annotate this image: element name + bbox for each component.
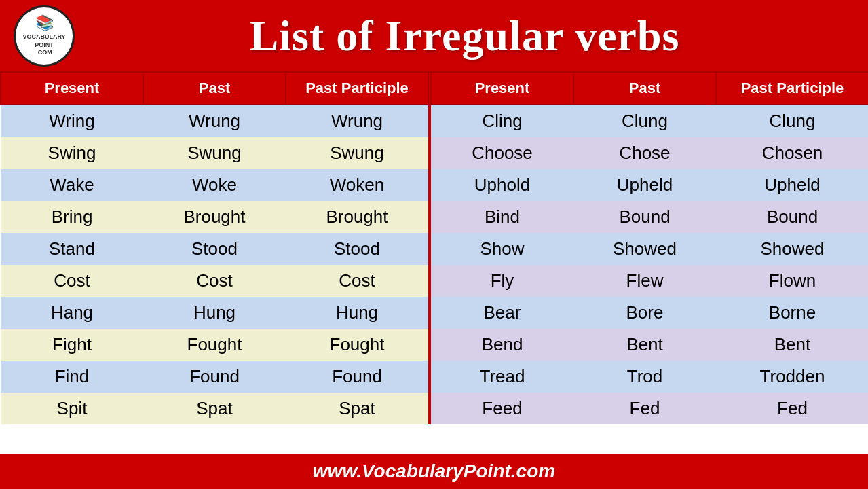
title-area: List of Irregular verbs	[75, 11, 854, 61]
right-pp: Clung	[716, 105, 868, 137]
logo-text: VOCABULARY POINT .COM	[22, 33, 65, 57]
left-pp: Spat	[286, 393, 428, 424]
logo: 📚 VOCABULARY POINT .COM	[14, 5, 75, 67]
right-past: Bore	[573, 297, 716, 329]
table-row: Hang Hung Hung Bear Bore Borne	[1, 297, 868, 329]
right-pp: Borne	[716, 297, 868, 329]
left-present: Fight	[1, 329, 143, 361]
table-row: Bring Brought Brought Bind Bound Bound	[1, 201, 868, 233]
left-pp: Found	[286, 361, 428, 393]
left-past: Woke	[143, 169, 286, 201]
footer-url: www.VocabularyPoint.com	[313, 460, 555, 482]
left-pp: Fought	[286, 329, 428, 361]
left-present: Swing	[1, 137, 143, 169]
main-title: List of Irregular verbs	[75, 11, 854, 61]
left-present: Wring	[1, 105, 143, 137]
right-past: Chose	[573, 137, 716, 169]
right-pp: Showed	[716, 233, 868, 265]
left-pp: Cost	[286, 265, 428, 297]
table-header-row: Present Past Past Participle Present Pas…	[1, 72, 868, 105]
right-pp: Upheld	[716, 169, 868, 201]
right-pp: Flown	[716, 265, 868, 297]
right-past: Trod	[573, 361, 716, 393]
left-past: Cost	[143, 265, 286, 297]
header-pp-left: Past Participle	[286, 72, 428, 105]
left-past: Found	[143, 361, 286, 393]
right-past: Flew	[573, 265, 716, 297]
right-past: Bent	[573, 329, 716, 361]
header-present-right: Present	[431, 72, 573, 105]
right-present: Choose	[431, 137, 573, 169]
left-present: Hang	[1, 297, 143, 329]
left-present: Cost	[1, 265, 143, 297]
left-pp: Brought	[286, 201, 428, 233]
right-present: Uphold	[431, 169, 573, 201]
table-container: Present Past Past Participle Present Pas…	[0, 71, 868, 454]
left-pp: Wrung	[286, 105, 428, 137]
right-pp: Fed	[716, 393, 868, 424]
right-present: Tread	[431, 361, 573, 393]
footer: www.VocabularyPoint.com	[0, 454, 868, 489]
right-present: Cling	[431, 105, 573, 137]
left-present: Spit	[1, 393, 143, 424]
right-present: Bind	[431, 201, 573, 233]
left-past: Hung	[143, 297, 286, 329]
left-past: Brought	[143, 201, 286, 233]
table-row: Stand Stood Stood Show Showed Showed	[1, 233, 868, 265]
table-row: Swing Swung Swung Choose Chose Chosen	[1, 137, 868, 169]
right-past: Showed	[573, 233, 716, 265]
table-row: Wake Woke Woken Uphold Upheld Upheld	[1, 169, 868, 201]
left-past: Stood	[143, 233, 286, 265]
table-row: Fight Fought Fought Bend Bent Bent	[1, 329, 868, 361]
left-past: Fought	[143, 329, 286, 361]
left-pp: Woken	[286, 169, 428, 201]
right-past: Fed	[573, 393, 716, 424]
left-present: Wake	[1, 169, 143, 201]
header: 📚 VOCABULARY POINT .COM List of Irregula…	[0, 0, 868, 71]
header-pp-right: Past Participle	[716, 72, 868, 105]
right-past: Clung	[573, 105, 716, 137]
right-present: Feed	[431, 393, 573, 424]
right-pp: Trodden	[716, 361, 868, 393]
right-pp: Bent	[716, 329, 868, 361]
left-past: Swung	[143, 137, 286, 169]
right-pp: Chosen	[716, 137, 868, 169]
left-present: Find	[1, 361, 143, 393]
left-pp: Hung	[286, 297, 428, 329]
right-present: Bear	[431, 297, 573, 329]
table-row: Cost Cost Cost Fly Flew Flown	[1, 265, 868, 297]
right-present: Show	[431, 233, 573, 265]
header-past-right: Past	[573, 72, 716, 105]
left-present: Stand	[1, 233, 143, 265]
table-row: Spit Spat Spat Feed Fed Fed	[1, 393, 868, 424]
logo-icon: 📚	[35, 14, 54, 32]
right-pp: Bound	[716, 201, 868, 233]
right-present: Fly	[431, 265, 573, 297]
header-present-left: Present	[1, 72, 143, 105]
right-past: Upheld	[573, 169, 716, 201]
table-row: Find Found Found Tread Trod Trodden	[1, 361, 868, 393]
left-pp: Stood	[286, 233, 428, 265]
right-present: Bend	[431, 329, 573, 361]
table-row: Wring Wrung Wrung Cling Clung Clung	[1, 105, 868, 137]
verbs-table: Present Past Past Participle Present Pas…	[0, 71, 868, 424]
header-past-left: Past	[143, 72, 286, 105]
left-past: Wrung	[143, 105, 286, 137]
left-pp: Swung	[286, 137, 428, 169]
left-past: Spat	[143, 393, 286, 424]
left-present: Bring	[1, 201, 143, 233]
right-past: Bound	[573, 201, 716, 233]
